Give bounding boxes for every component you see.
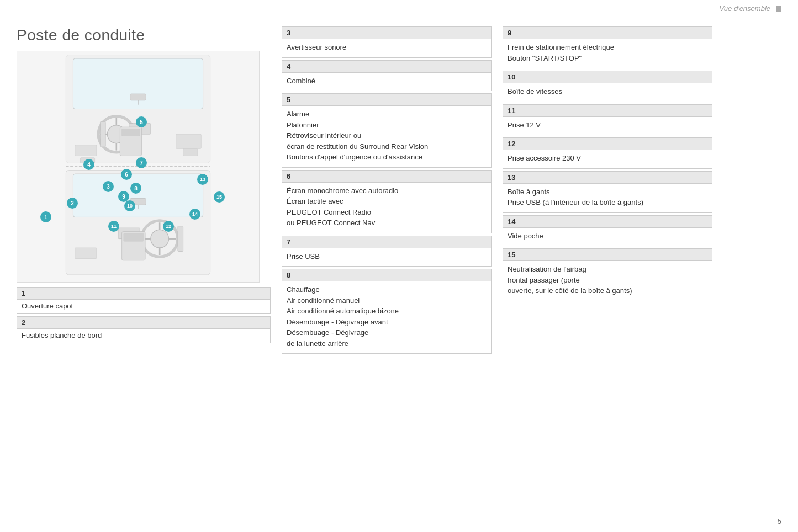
right-item-9: 9Frein de stationnement électriqueBouton…: [503, 26, 712, 68]
svg-rect-12: [75, 145, 97, 156]
label-item-1: 1 Ouverture capot: [17, 287, 271, 314]
middle-item-8: 8ChauffageAir conditionné manuelAir cond…: [282, 269, 492, 354]
middle-number-3: 3: [282, 26, 492, 39]
svg-rect-14: [176, 134, 202, 148]
svg-rect-27: [178, 226, 183, 252]
middle-item-5: 5AlarmePlafonnierRétroviseur intérieur o…: [282, 93, 492, 168]
label-text-2: Fusibles planche de bord: [17, 329, 271, 343]
label-number-1: 1: [17, 287, 271, 300]
middle-item-6: 6Écran monochrome avec autoradioÉcran ta…: [282, 170, 492, 233]
svg-rect-20: [73, 174, 203, 217]
middle-number-8: 8: [282, 269, 492, 281]
badge-5-top: 5: [136, 116, 147, 127]
badge-7-top: 7: [136, 157, 147, 168]
right-text-10: Boîte de vitesses: [503, 83, 712, 102]
svg-rect-15: [183, 148, 198, 156]
labels-section: 1 Ouverture capot 2 Fusibles planche de …: [17, 287, 271, 343]
right-number-13: 13: [503, 171, 712, 184]
middle-text-5: AlarmePlafonnierRétroviseur intérieur ou…: [282, 106, 492, 168]
badge-8-top: 8: [130, 183, 141, 194]
svg-rect-30: [124, 233, 144, 241]
right-text-11: Prise 12 V: [503, 117, 712, 136]
page-title: Poste de conduite: [17, 26, 271, 44]
right-item-15: 15Neutralisation de l'airbagfrontal pass…: [503, 248, 712, 301]
svg-rect-16: [130, 94, 146, 100]
right-number-10: 10: [503, 71, 712, 83]
badge-14-top: 14: [189, 209, 200, 220]
right-column: 9Frein de stationnement électriqueBouton…: [503, 26, 712, 521]
badge-2-top: 2: [67, 198, 78, 209]
badge-10-top: 10: [124, 200, 135, 211]
right-text-12: Prise accessoire 230 V: [503, 150, 712, 169]
middle-number-4: 4: [282, 60, 492, 73]
right-number-9: 9: [503, 26, 712, 39]
badge-11-top: 11: [108, 221, 119, 232]
right-item-10: 10Boîte de vitesses: [503, 71, 712, 102]
section-title: Vue d'ensemble: [719, 4, 770, 13]
right-item-11: 11Prise 12 V: [503, 104, 712, 136]
svg-point-22: [151, 230, 169, 248]
badge-12-top: 12: [163, 221, 174, 232]
left-column: Poste de conduite: [17, 26, 271, 521]
section-marker: [776, 6, 781, 12]
main-content: Poste de conduite: [0, 15, 798, 532]
car-diagram: 1 2 3 4 5 6 7 8 9 10 11 12 13 14 15 1 2 …: [17, 51, 260, 283]
badge-3-top: 3: [103, 181, 114, 192]
page-number: 5: [778, 517, 781, 525]
right-text-15: Neutralisation de l'airbagfrontal passag…: [503, 261, 712, 301]
badge-1-top: 1: [40, 211, 51, 222]
middle-item-4: 4Combiné: [282, 60, 492, 92]
right-number-15: 15: [503, 248, 712, 261]
middle-text-7: Prise USB: [282, 248, 492, 267]
right-item-14: 14Vide poche: [503, 215, 712, 247]
right-text-13: Boîte à gantsPrise USB (à l'intérieur de…: [503, 184, 712, 213]
label-text-1: Ouverture capot: [17, 300, 271, 314]
svg-rect-31: [75, 248, 97, 259]
right-number-12: 12: [503, 137, 712, 150]
label-number-2: 2: [17, 316, 271, 329]
badge-13-top: 13: [197, 174, 208, 185]
svg-rect-11: [122, 129, 140, 136]
right-number-11: 11: [503, 104, 712, 117]
middle-item-3: 3Avertisseur sonore: [282, 26, 492, 58]
middle-text-8: ChauffageAir conditionné manuelAir condi…: [282, 281, 492, 354]
middle-number-7: 7: [282, 236, 492, 248]
right-text-9: Frein de stationnement électriqueBouton …: [503, 39, 712, 68]
right-text-14: Vide poche: [503, 228, 712, 247]
top-bar: Vue d'ensemble: [0, 0, 798, 15]
middle-number-5: 5: [282, 93, 492, 106]
right-item-13: 13Boîte à gantsPrise USB (à l'intérieur …: [503, 171, 712, 213]
label-item-2: 2 Fusibles planche de bord: [17, 316, 271, 343]
middle-column: 3Avertisseur sonore4Combiné5AlarmePlafon…: [282, 26, 492, 521]
middle-text-3: Avertisseur sonore: [282, 39, 492, 58]
badge-5-bottom: 5: [136, 282, 147, 283]
badge-6-top: 6: [121, 169, 132, 180]
right-item-12: 12Prise accessoire 230 V: [503, 137, 712, 169]
page-container: Vue d'ensemble Poste de conduite: [0, 0, 798, 532]
svg-rect-8: [100, 121, 105, 147]
right-number-14: 14: [503, 215, 712, 228]
middle-item-7: 7Prise USB: [282, 236, 492, 267]
middle-text-4: Combiné: [282, 73, 492, 92]
middle-text-6: Écran monochrome avec autoradioÉcran tac…: [282, 183, 492, 233]
badge-15-top: 15: [214, 191, 225, 203]
middle-number-6: 6: [282, 170, 492, 183]
badge-4-top: 4: [83, 159, 94, 170]
